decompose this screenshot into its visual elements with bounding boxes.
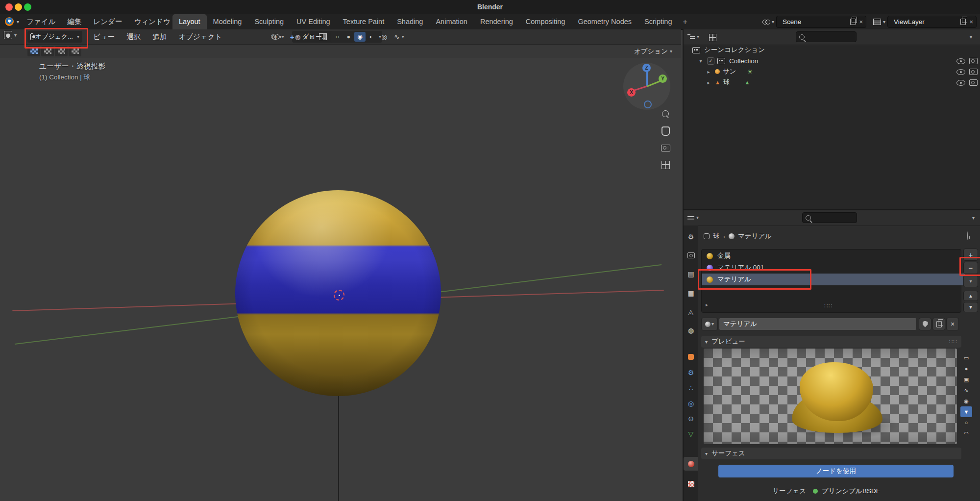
chevron-down-icon[interactable]: ▾	[772, 20, 774, 25]
scene-name-field[interactable]: Scene ×	[776, 16, 866, 28]
select-mode-extend-button[interactable]	[41, 46, 54, 56]
outliner-row-collection[interactable]: ▾ ✓ Collection	[684, 55, 980, 66]
new-material-button[interactable]	[932, 318, 945, 330]
properties-search[interactable]	[802, 212, 857, 223]
outliner-search-input[interactable]	[808, 33, 849, 41]
disable-in-render-camera-icon[interactable]	[969, 79, 978, 86]
new-viewlayer-icon[interactable]	[960, 19, 966, 25]
camera-view-button[interactable]	[659, 141, 672, 155]
slot-list-expand-icon[interactable]: ▸	[706, 302, 708, 307]
viewlayer-name-field[interactable]: ViewLayer ×	[887, 16, 977, 28]
tab-tool[interactable]: ⚙	[684, 230, 698, 244]
navigation-gizmo[interactable]: X Y Z	[623, 63, 670, 110]
menu-view[interactable]: ビュー	[87, 29, 121, 44]
editor-type-button[interactable]: ▾	[4, 31, 17, 39]
preview-type-flat-button[interactable]: ▭	[960, 352, 972, 363]
chevron-down-icon[interactable]: ▾	[379, 34, 381, 39]
material-specials-button[interactable]: ▾	[963, 275, 978, 287]
shading-material-preview-button[interactable]: ◉	[354, 32, 366, 42]
outliner-editor-type-button[interactable]: ▾	[687, 34, 699, 40]
preview-type-arc-button[interactable]: ◠	[960, 428, 972, 439]
tab-particles[interactable]: ∴	[684, 381, 698, 395]
properties-editor-type-button[interactable]: ▾	[687, 215, 699, 221]
tab-scene[interactable]: ◬	[684, 305, 698, 319]
move-slot-down-button[interactable]: ▼	[963, 302, 978, 312]
shading-rendered-button[interactable]: ◐	[366, 32, 377, 42]
use-nodes-button[interactable]: ノードを使用	[718, 465, 954, 477]
shading-solid-button[interactable]: ●	[343, 32, 354, 42]
unlink-scene-icon[interactable]: ×	[859, 18, 863, 25]
show-object-types-dropdown[interactable]: ▾	[269, 31, 286, 43]
collection-checkbox[interactable]: ✓	[707, 57, 714, 65]
browse-material-button[interactable]: ▾	[701, 318, 718, 330]
preview-type-shaderball-button[interactable]: ◉	[960, 396, 972, 406]
object-breadcrumb-icon[interactable]	[704, 233, 710, 239]
tab-output[interactable]: ▤	[684, 267, 698, 281]
disable-in-render-camera-icon[interactable]	[969, 58, 978, 64]
remove-material-slot-button[interactable]: −	[963, 262, 978, 274]
menu-window[interactable]: ウィンドウ	[128, 14, 176, 29]
workspace-tab-layout[interactable]: Layout	[172, 14, 207, 29]
resize-grip-dots[interactable]: ∷∷	[824, 302, 833, 309]
unlink-material-button[interactable]: ×	[946, 318, 959, 330]
add-workspace-button[interactable]: +	[678, 14, 691, 29]
disclosure-open-icon[interactable]: ▾	[697, 58, 704, 64]
tab-view-layer[interactable]: ▦	[684, 286, 698, 300]
hide-in-viewport-eye-icon[interactable]	[956, 58, 965, 64]
properties-search-input[interactable]	[814, 214, 855, 222]
viewport-canvas[interactable]: ユーザー・透視投影 (1) Collection | 球 X Y Z	[0, 58, 681, 501]
tab-physics[interactable]: ◎	[684, 397, 698, 410]
gizmos-dropdown[interactable]: + ▾	[288, 31, 301, 43]
disclosure-closed-icon[interactable]: ▸	[705, 80, 712, 85]
workspace-tab-compositing[interactable]: Compositing	[519, 14, 572, 29]
preview-type-hair-button[interactable]: ∿	[960, 385, 972, 396]
outliner-row-scene-collection[interactable]: シーンコレクション	[684, 45, 980, 55]
workspace-tab-animation[interactable]: Animation	[429, 14, 473, 29]
chevron-down-icon[interactable]: ▾	[970, 35, 972, 40]
workspace-tab-uv-editing[interactable]: UV Editing	[290, 14, 337, 29]
gizmo-minus-z-ball[interactable]	[644, 100, 652, 108]
pin-id-button[interactable]	[967, 232, 968, 240]
tab-constraints[interactable]: ⊙	[684, 412, 698, 426]
outliner-row-sphere[interactable]: ▸ ▲ 球 ▲	[684, 77, 980, 88]
gizmo-y-ball[interactable]: Y	[659, 75, 667, 83]
gizmo-z-ball[interactable]: Z	[642, 64, 651, 72]
breadcrumb-object[interactable]: 球	[713, 232, 720, 241]
outliner-row-sun[interactable]: ▸ サン ☀	[684, 66, 980, 77]
preview-type-fluid-button[interactable]: ○	[960, 417, 972, 428]
tab-texture[interactable]	[684, 477, 698, 491]
fake-user-button[interactable]	[919, 318, 931, 330]
menu-select[interactable]: 選択	[121, 29, 147, 44]
hide-in-viewport-eye-icon[interactable]	[956, 69, 965, 75]
tab-modifiers[interactable]: ⚙	[684, 366, 698, 379]
preview-section-header[interactable]: ▾ プレビュー ∷∷	[701, 336, 961, 348]
select-mode-subtract-button[interactable]	[55, 46, 68, 56]
orthographic-toggle-button[interactable]	[659, 158, 672, 172]
select-mode-new-button[interactable]	[27, 46, 40, 56]
tab-render[interactable]	[684, 249, 698, 262]
shading-wireframe-button[interactable]: ○	[332, 32, 343, 42]
pan-button[interactable]	[659, 124, 672, 138]
preview-type-sphere-button[interactable]: ●	[960, 363, 972, 374]
overlays-dropdown[interactable]: ◐ ▾	[302, 31, 315, 43]
zoom-button[interactable]	[659, 107, 672, 121]
gizmo-x-ball[interactable]: X	[627, 88, 636, 97]
surface-shader-value[interactable]: プリンシプルBSDF	[822, 487, 880, 496]
menu-edit[interactable]: 編集	[61, 14, 87, 29]
new-scene-icon[interactable]	[850, 19, 856, 25]
select-mode-intersect-button[interactable]	[69, 46, 81, 56]
material-slot-material-001[interactable]: マテリアル.001	[702, 262, 965, 274]
tab-material[interactable]	[684, 457, 698, 471]
tab-object[interactable]	[684, 350, 698, 364]
tab-world[interactable]: ◍	[684, 324, 698, 337]
options-dropdown[interactable]: オプション ▾	[634, 45, 672, 58]
material-slot-metal[interactable]: 金属	[702, 250, 965, 262]
workspace-tab-modeling[interactable]: Modeling	[207, 14, 248, 29]
material-name-field[interactable]: マテリアル	[719, 318, 917, 330]
material-breadcrumb-icon[interactable]	[729, 233, 735, 239]
mesh-data-icon[interactable]: ▲	[744, 79, 750, 85]
remove-viewlayer-icon[interactable]: ×	[969, 18, 973, 25]
disable-in-render-camera-icon[interactable]	[969, 69, 978, 75]
workspace-tab-rendering[interactable]: Rendering	[474, 14, 519, 29]
workspace-tab-sculpting[interactable]: Sculpting	[248, 14, 290, 29]
